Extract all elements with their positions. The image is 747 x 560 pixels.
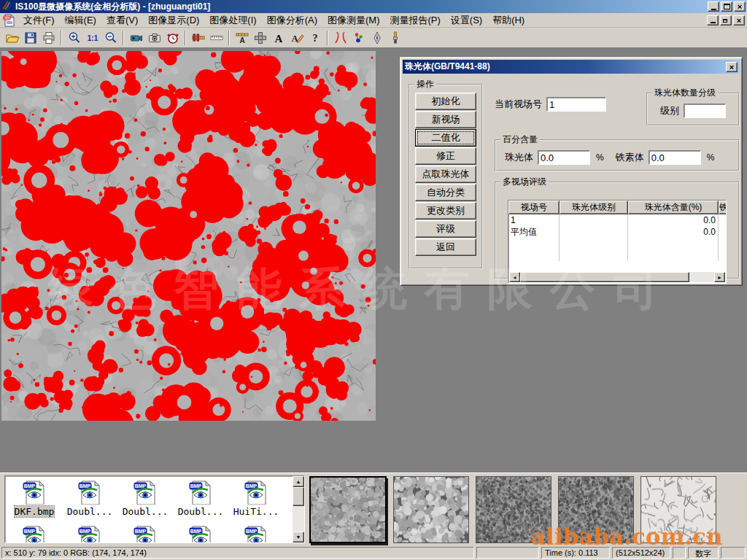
status-time: Time (s): 0.113: [541, 547, 610, 559]
menu-item-edit[interactable]: 编辑(E): [60, 12, 101, 28]
thumbnail-3[interactable]: [476, 476, 551, 543]
menu-item-image-display[interactable]: 图像显示(D): [143, 12, 204, 28]
menu-item-view[interactable]: 查看(V): [101, 12, 143, 28]
menu-item-settings[interactable]: 设置(S): [446, 12, 487, 28]
menu-item-image-processing[interactable]: 图像处理(I): [204, 12, 261, 28]
maximize-button[interactable]: [721, 1, 732, 12]
mdi-close-button[interactable]: ×: [733, 15, 745, 26]
menu-item-measure-report[interactable]: 测量报告(P): [384, 12, 445, 28]
new-field-button[interactable]: 新视场: [415, 111, 476, 128]
change-class-button[interactable]: 更改类别: [415, 202, 476, 219]
brush-tool-button[interactable]: [386, 30, 404, 47]
correct-button[interactable]: 修正: [415, 147, 476, 165]
zoom-out-button[interactable]: [101, 30, 120, 47]
annotate-button[interactable]: A: [287, 30, 306, 47]
thumbnail-2[interactable]: [393, 476, 469, 543]
pearlite-label: 珠光体: [505, 151, 533, 164]
grid-tool-button[interactable]: [251, 30, 269, 47]
pearlite-percent-input[interactable]: [538, 150, 590, 165]
file-item[interactable]: HuiTi...: [228, 478, 284, 517]
binarize-button[interactable]: 二值化: [415, 129, 476, 147]
menu-item-file[interactable]: 文件(F): [18, 12, 60, 28]
ferrite-label: 铁素体: [616, 151, 644, 164]
scrollbar-track[interactable]: [520, 272, 714, 282]
thumbnail-4[interactable]: [558, 476, 634, 543]
video-capture-button[interactable]: [127, 30, 145, 47]
text-icon: A: [271, 31, 286, 45]
col-header-pearlite-level[interactable]: 珠光体级别: [560, 201, 628, 214]
snapshot-button[interactable]: [145, 30, 163, 47]
status-image-size: (512x512x24): [612, 547, 670, 559]
timer-button[interactable]: [163, 30, 182, 47]
table-horizontal-scrollbar[interactable]: ◄ ►: [509, 272, 725, 282]
level-input[interactable]: [684, 104, 726, 118]
ruler-button[interactable]: [207, 30, 225, 47]
file-name[interactable]: Doubl...: [67, 506, 113, 517]
menu-item-help[interactable]: 帮助(H): [487, 12, 530, 28]
ferrite-percent-input[interactable]: [649, 150, 701, 165]
current-field-input[interactable]: [546, 97, 606, 112]
table-row[interactable]: 1 0.0: [508, 214, 726, 226]
scroll-down-icon[interactable]: ▼: [293, 532, 304, 542]
file-item[interactable]: Doubl...: [117, 478, 173, 517]
measure-font-button[interactable]: A: [233, 30, 251, 47]
mdi-minimize-icon: [711, 22, 716, 23]
file-item-partial[interactable]: [173, 523, 228, 542]
minimize-button[interactable]: [708, 1, 719, 12]
table-row[interactable]: 平均值 0.0: [508, 226, 726, 238]
caliper-button[interactable]: [189, 30, 207, 47]
help-button[interactable]: ?: [306, 30, 324, 47]
cell-pearlite: 0.0: [628, 214, 719, 226]
dialog-close-button[interactable]: ×: [726, 62, 738, 72]
cell-field: 1: [508, 214, 560, 226]
grid-cross-icon: [253, 31, 268, 45]
scroll-up-icon[interactable]: ▲: [293, 476, 304, 487]
zoom-out-icon: [104, 31, 118, 45]
menu-item-image-measure[interactable]: 图像测量(M): [322, 12, 385, 28]
mdi-restore-button[interactable]: [720, 15, 732, 26]
col-header-pearlite-content[interactable]: 珠光体含量(%): [628, 201, 719, 214]
clock-icon: [166, 31, 180, 45]
file-list-scrollbar[interactable]: ▲ ▼: [293, 476, 304, 542]
scroll-right-icon[interactable]: ►: [714, 272, 725, 282]
scrollbar-thumb[interactable]: [293, 487, 304, 506]
metallograph-image[interactable]: [1, 51, 376, 421]
print-button[interactable]: [39, 30, 58, 47]
mdi-minimize-button[interactable]: [707, 15, 719, 26]
actual-size-button[interactable]: 1:1: [83, 30, 101, 47]
close-button[interactable]: ×: [734, 1, 746, 12]
open-button[interactable]: [3, 30, 21, 47]
file-item-partial[interactable]: [228, 523, 284, 542]
scrollbar-thumb[interactable]: [520, 272, 689, 282]
file-name[interactable]: Doubl...: [123, 506, 169, 517]
initialize-button[interactable]: 初始化: [415, 93, 476, 110]
scroll-left-icon[interactable]: ◄: [509, 272, 520, 282]
col-header-field[interactable]: 视场号: [508, 201, 560, 214]
text-tool-button[interactable]: A: [269, 30, 287, 47]
particle-analysis-button[interactable]: [349, 30, 368, 47]
file-item[interactable]: Doubl...: [173, 478, 228, 517]
auto-classify-button[interactable]: 自动分类: [415, 184, 476, 201]
thumbnail-1[interactable]: [309, 476, 387, 543]
file-item[interactable]: DKF.bmp: [7, 478, 62, 517]
zoom-in-button[interactable]: [65, 30, 83, 47]
file-name[interactable]: DKF.bmp: [15, 506, 55, 517]
file-name[interactable]: HuiTi...: [233, 506, 279, 517]
pick-pearlite-button[interactable]: 点取珠光体: [415, 166, 476, 183]
save-button[interactable]: [21, 30, 39, 47]
col-header-ferrite-content[interactable]: 铁素体含量(%): [719, 201, 727, 214]
dialog-titlebar[interactable]: 珠光体(GB/T9441-88) ×: [403, 60, 740, 74]
return-button[interactable]: 返回: [415, 238, 476, 256]
operations-group-label: 操作: [414, 78, 436, 90]
rate-button[interactable]: 评级: [415, 220, 476, 238]
thumbnail-5[interactable]: [640, 476, 716, 543]
file-item[interactable]: Doubl...: [62, 478, 117, 517]
file-item-partial[interactable]: [7, 523, 62, 542]
file-item-partial[interactable]: [117, 523, 173, 542]
file-item-partial[interactable]: [62, 523, 117, 542]
pen-tool-button[interactable]: [368, 30, 386, 47]
brush-icon: [388, 31, 403, 45]
menu-item-image-analysis[interactable]: 图像分析(A): [262, 12, 322, 28]
file-name[interactable]: Doubl...: [178, 506, 224, 517]
curve-tool-button[interactable]: [331, 30, 349, 47]
